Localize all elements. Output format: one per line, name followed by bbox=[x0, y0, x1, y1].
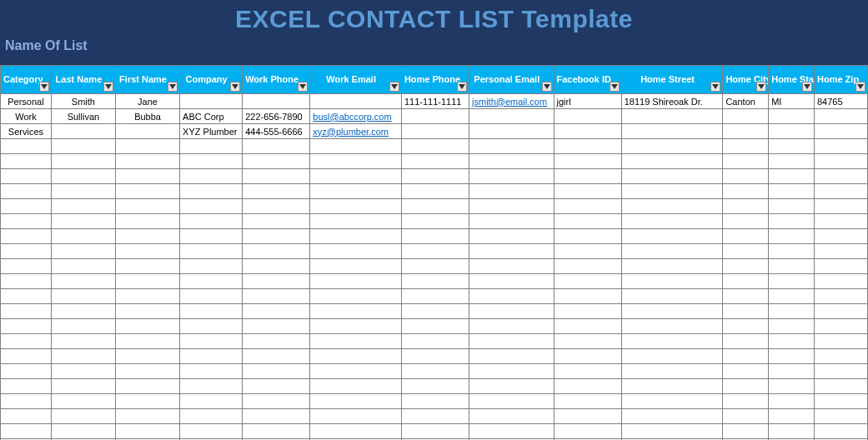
cell[interactable] bbox=[310, 289, 402, 304]
filter-dropdown-icon[interactable] bbox=[710, 82, 720, 92]
cell[interactable] bbox=[51, 199, 115, 214]
cell[interactable] bbox=[243, 334, 310, 349]
cell[interactable] bbox=[51, 379, 115, 394]
cell[interactable] bbox=[469, 379, 554, 394]
cell[interactable] bbox=[621, 424, 723, 439]
cell[interactable] bbox=[469, 304, 554, 319]
cell[interactable] bbox=[621, 244, 723, 259]
filter-dropdown-icon[interactable] bbox=[802, 82, 812, 92]
cell[interactable] bbox=[621, 304, 723, 319]
cell[interactable] bbox=[621, 154, 723, 169]
cell[interactable] bbox=[554, 199, 621, 214]
cell[interactable] bbox=[51, 364, 115, 379]
cell[interactable] bbox=[401, 349, 469, 364]
cell[interactable] bbox=[401, 154, 469, 169]
cell[interactable] bbox=[554, 244, 621, 259]
cell[interactable] bbox=[310, 199, 402, 214]
cell[interactable] bbox=[469, 319, 554, 334]
cell[interactable] bbox=[769, 124, 815, 139]
cell[interactable] bbox=[310, 184, 402, 199]
cell[interactable] bbox=[621, 394, 723, 409]
cell[interactable] bbox=[554, 304, 621, 319]
cell[interactable] bbox=[51, 409, 115, 424]
cell[interactable] bbox=[51, 304, 115, 319]
cell[interactable] bbox=[401, 259, 469, 274]
cell[interactable] bbox=[115, 229, 179, 244]
cell[interactable] bbox=[115, 184, 179, 199]
cell[interactable] bbox=[243, 259, 310, 274]
cell[interactable] bbox=[769, 214, 815, 229]
cell[interactable] bbox=[310, 274, 402, 289]
cell[interactable] bbox=[1, 304, 52, 319]
cell[interactable] bbox=[554, 154, 621, 169]
cell[interactable] bbox=[243, 154, 310, 169]
cell[interactable] bbox=[115, 199, 179, 214]
cell[interactable] bbox=[814, 319, 867, 334]
cell[interactable] bbox=[51, 334, 115, 349]
cell[interactable] bbox=[180, 169, 243, 184]
cell[interactable]: Services bbox=[1, 124, 52, 139]
cell[interactable] bbox=[621, 409, 723, 424]
cell[interactable] bbox=[769, 334, 815, 349]
filter-dropdown-icon[interactable] bbox=[298, 82, 308, 92]
cell[interactable] bbox=[180, 334, 243, 349]
cell[interactable] bbox=[180, 424, 243, 439]
cell[interactable] bbox=[401, 394, 469, 409]
cell[interactable] bbox=[51, 244, 115, 259]
column-header[interactable]: First Name bbox=[115, 66, 179, 94]
cell[interactable] bbox=[180, 409, 243, 424]
cell[interactable] bbox=[115, 394, 179, 409]
cell[interactable] bbox=[310, 139, 402, 154]
cell[interactable] bbox=[115, 169, 179, 184]
cell[interactable] bbox=[621, 364, 723, 379]
cell[interactable]: 18119 Shireoak Dr. bbox=[621, 94, 723, 109]
cell[interactable] bbox=[814, 349, 867, 364]
cell[interactable] bbox=[115, 379, 179, 394]
cell[interactable] bbox=[554, 349, 621, 364]
cell[interactable] bbox=[401, 244, 469, 259]
cell[interactable]: Canton bbox=[723, 94, 769, 109]
cell[interactable] bbox=[554, 274, 621, 289]
cell[interactable] bbox=[401, 214, 469, 229]
cell[interactable] bbox=[723, 409, 769, 424]
cell[interactable] bbox=[723, 139, 769, 154]
filter-dropdown-icon[interactable] bbox=[610, 82, 620, 92]
email-link[interactable]: xyz@plumber.com bbox=[313, 127, 389, 137]
cell[interactable] bbox=[814, 334, 867, 349]
cell[interactable] bbox=[310, 394, 402, 409]
cell[interactable] bbox=[243, 319, 310, 334]
cell[interactable] bbox=[1, 364, 52, 379]
cell[interactable] bbox=[180, 304, 243, 319]
cell[interactable] bbox=[1, 349, 52, 364]
cell[interactable] bbox=[769, 394, 815, 409]
cell[interactable] bbox=[401, 139, 469, 154]
cell[interactable] bbox=[814, 124, 867, 139]
cell[interactable] bbox=[180, 229, 243, 244]
cell[interactable] bbox=[769, 229, 815, 244]
column-header[interactable]: Home State bbox=[769, 66, 815, 94]
cell[interactable] bbox=[310, 364, 402, 379]
cell[interactable] bbox=[51, 184, 115, 199]
cell[interactable] bbox=[814, 109, 867, 124]
cell[interactable] bbox=[1, 154, 52, 169]
cell[interactable] bbox=[401, 229, 469, 244]
cell[interactable] bbox=[180, 394, 243, 409]
cell[interactable] bbox=[243, 424, 310, 439]
cell[interactable] bbox=[51, 139, 115, 154]
cell[interactable] bbox=[1, 334, 52, 349]
cell[interactable] bbox=[310, 334, 402, 349]
cell[interactable] bbox=[723, 319, 769, 334]
cell[interactable] bbox=[243, 394, 310, 409]
cell[interactable] bbox=[723, 274, 769, 289]
cell[interactable] bbox=[723, 109, 769, 124]
cell[interactable] bbox=[310, 379, 402, 394]
cell[interactable] bbox=[621, 274, 723, 289]
cell[interactable] bbox=[469, 394, 554, 409]
cell[interactable] bbox=[1, 274, 52, 289]
cell[interactable] bbox=[621, 259, 723, 274]
cell[interactable] bbox=[180, 379, 243, 394]
cell[interactable] bbox=[401, 109, 469, 124]
cell[interactable] bbox=[469, 229, 554, 244]
cell[interactable]: MI bbox=[769, 94, 815, 109]
email-link[interactable]: busl@abccorp.com bbox=[313, 112, 391, 122]
